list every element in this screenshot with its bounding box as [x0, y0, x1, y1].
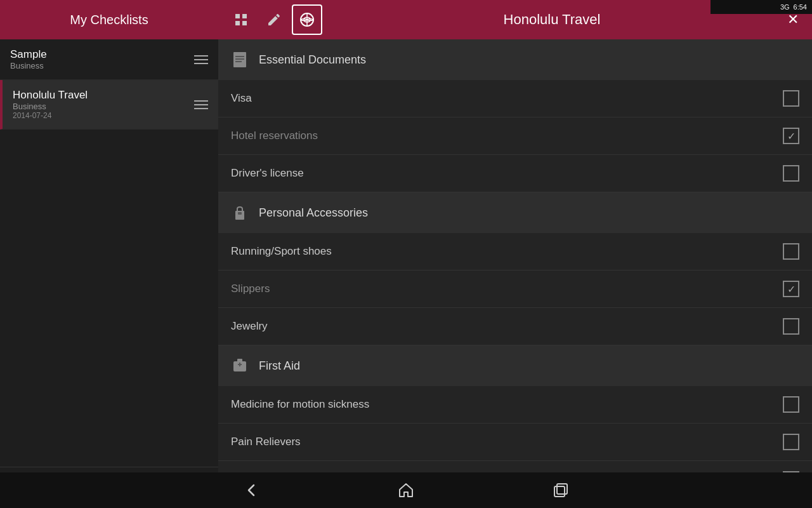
sidebar-items-list: Sample Business Honolulu Travel Business… [0, 39, 218, 467]
sidebar-item-honolulu-menu-icon[interactable] [194, 100, 208, 109]
checklist-content: Essential Documents Visa Hotel reservati… [218, 39, 812, 508]
personal-accessories-title: Personal Accessories [259, 206, 368, 220]
toolbar-grid-button[interactable] [226, 4, 256, 35]
svg-rect-0 [235, 14, 240, 18]
item-motion-sickness-checkbox[interactable] [783, 396, 799, 413]
svg-rect-10 [238, 212, 242, 215]
sidebar-item-sample-subtitle: Business [10, 61, 47, 70]
section-essential-documents: Essential Documents [218, 39, 812, 80]
svg-rect-15 [554, 486, 565, 497]
svg-rect-2 [235, 21, 240, 25]
item-visa-label: Visa [231, 92, 252, 105]
svg-rect-8 [235, 61, 242, 62]
edit-icon [266, 12, 282, 27]
item-running-shoes[interactable]: Running/Sport shoes [218, 233, 812, 271]
item-slippers-checkbox[interactable] [783, 281, 799, 297]
personal-accessories-icon [228, 201, 251, 224]
item-hotel-reservations[interactable]: Hotel reservations [218, 117, 812, 155]
item-motion-sickness[interactable]: Medicine for motion sickness [218, 386, 812, 424]
essential-documents-icon [228, 48, 251, 71]
grid-icon [233, 12, 249, 27]
svg-rect-16 [557, 484, 567, 494]
sidebar-item-honolulu[interactable]: Honolulu Travel Business 2014-07-24 [0, 80, 218, 130]
item-jewelry-label: Jewelry [231, 320, 268, 333]
back-button[interactable] [237, 476, 265, 504]
section-personal-accessories: Personal Accessories [218, 192, 812, 233]
item-drivers-license-label: Driver's license [231, 167, 304, 180]
item-pain-relievers-checkbox[interactable] [783, 434, 799, 450]
sidebar-item-sample-menu-icon[interactable] [194, 55, 208, 64]
essential-documents-title: Essential Documents [259, 53, 366, 67]
first-aid-title: First Aid [259, 359, 300, 373]
signal-indicator: 3G [780, 3, 790, 11]
sidebar-title: My Checklists [70, 13, 148, 27]
svg-rect-3 [242, 21, 247, 25]
circle-icon [299, 11, 315, 28]
first-aid-icon [228, 354, 251, 377]
bottom-navigation [0, 472, 812, 508]
item-running-shoes-label: Running/Sport shoes [231, 245, 332, 258]
item-pain-relievers[interactable]: Pain Relievers [218, 424, 812, 461]
sidebar: My Checklists Sample Business Honolulu T… [0, 0, 218, 508]
item-slippers-label: Slippers [231, 283, 270, 295]
recent-apps-button[interactable] [547, 476, 575, 504]
item-hotel-reservations-label: Hotel reservations [231, 130, 318, 142]
item-hotel-reservations-checkbox[interactable] [783, 128, 799, 144]
item-motion-sickness-label: Medicine for motion sickness [231, 398, 369, 411]
svg-rect-7 [235, 58, 244, 60]
svg-rect-1 [242, 14, 247, 18]
svg-rect-14 [239, 363, 240, 366]
sidebar-item-honolulu-date: 2014-07-24 [13, 111, 88, 120]
svg-rect-6 [235, 56, 244, 57]
item-slippers[interactable]: Slippers [218, 271, 812, 308]
svg-rect-12 [237, 359, 242, 362]
status-bar: 3G 6:54 [710, 0, 812, 14]
sidebar-item-sample[interactable]: Sample Business [0, 39, 218, 80]
item-drivers-license-checkbox[interactable] [783, 165, 799, 182]
main-content: Honolulu Travel ✕ Essential Documents Vi… [218, 0, 812, 508]
time-display: 6:54 [794, 3, 807, 11]
item-visa[interactable]: Visa [218, 80, 812, 117]
sidebar-item-honolulu-subtitle: Business [13, 102, 88, 111]
home-button[interactable] [392, 476, 420, 504]
item-jewelry[interactable]: Jewelry [218, 308, 812, 345]
sidebar-item-honolulu-text: Honolulu Travel Business 2014-07-24 [13, 89, 88, 120]
toolbar-edit-button[interactable] [259, 4, 289, 35]
sidebar-item-sample-title: Sample [10, 48, 47, 61]
section-first-aid: First Aid [218, 345, 812, 386]
toolbar-circle-button[interactable] [292, 4, 322, 35]
item-pain-relievers-label: Pain Relievers [231, 436, 301, 448]
sidebar-item-honolulu-title: Honolulu Travel [13, 89, 88, 102]
item-jewelry-checkbox[interactable] [783, 318, 799, 335]
sidebar-header: My Checklists [0, 0, 218, 39]
sidebar-item-sample-text: Sample Business [10, 48, 47, 70]
item-drivers-license[interactable]: Driver's license [218, 155, 812, 192]
item-running-shoes-checkbox[interactable] [783, 243, 799, 260]
item-visa-checkbox[interactable] [783, 90, 799, 107]
